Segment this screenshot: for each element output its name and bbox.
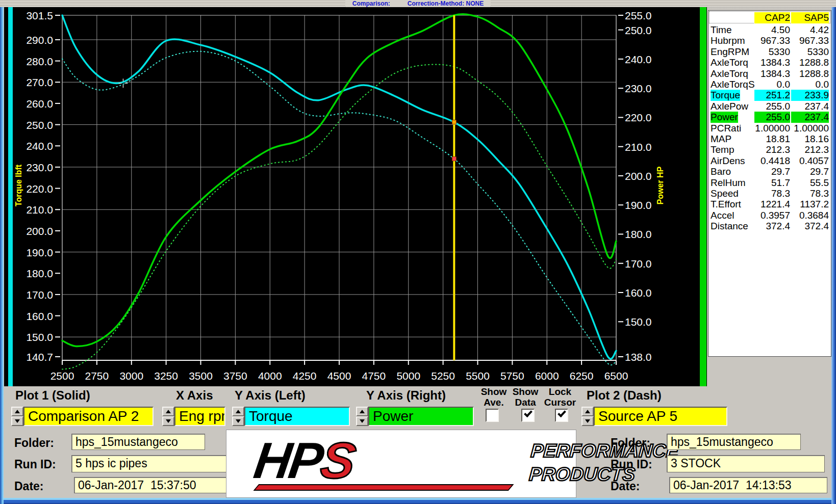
yright-field[interactable]: Power bbox=[368, 407, 474, 426]
panel-row-value-cap2: 255.0 bbox=[754, 112, 790, 123]
spinner-up-button[interactable] bbox=[11, 407, 23, 416]
down-arrow-icon bbox=[166, 419, 171, 423]
yright-spinner[interactable] bbox=[356, 407, 368, 426]
panel-row-value-sap5: 237.4 bbox=[791, 112, 829, 123]
plot2-label: Plot 2 (Dash) bbox=[587, 388, 662, 403]
svg-text:3500: 3500 bbox=[189, 370, 213, 382]
svg-text:150.0: 150.0 bbox=[625, 316, 652, 328]
hps-logo-tagline: PERFORMANCE PRODUCTS bbox=[528, 439, 679, 486]
panel-row-value-cap2: 212.3 bbox=[754, 144, 790, 155]
run1-runid-field[interactable]: 5 hps ic pipes bbox=[71, 455, 244, 472]
data-readout-panel: CAP2 SAP5 Time4.504.42Hubrpm967.33967.33… bbox=[708, 10, 831, 357]
panel-row: Torque251.2233.9 bbox=[710, 90, 830, 100]
svg-text:5500: 5500 bbox=[466, 370, 490, 382]
panel-row: AxleTorq1384.31288.8 bbox=[710, 68, 830, 79]
xaxis-field[interactable]: Eng rpm bbox=[174, 407, 225, 426]
panel-row: PCRati1.000001.00000 bbox=[710, 123, 830, 134]
svg-text:210.0: 210.0 bbox=[26, 204, 53, 216]
torque-axis-color-strip bbox=[8, 7, 13, 386]
panel-row-value-cap2: 0.4418 bbox=[754, 155, 790, 167]
panel-row: MAP18.8118.16 bbox=[710, 134, 830, 144]
panel-row: EngRPM53305330 bbox=[710, 46, 830, 57]
yleft-label: Y Axis (Left) bbox=[235, 388, 306, 403]
svg-text:6500: 6500 bbox=[604, 370, 628, 382]
plot2-spinner[interactable] bbox=[581, 407, 594, 426]
xaxis-label: X Axis bbox=[176, 388, 213, 403]
spinner-down-button[interactable] bbox=[162, 416, 174, 426]
spinner-up-button[interactable] bbox=[356, 407, 368, 416]
lock-cursor-checkbox[interactable] bbox=[555, 409, 568, 422]
show-data-checkbox[interactable] bbox=[521, 409, 535, 422]
panel-row-value-sap5: 0.0 bbox=[791, 79, 829, 90]
svg-text:2750: 2750 bbox=[85, 370, 109, 382]
panel-row-value-cap2: 78.3 bbox=[754, 188, 790, 199]
show-ave-label: Show Ave. bbox=[476, 386, 512, 408]
panel-row-label: Accel bbox=[711, 210, 734, 221]
svg-text:190.0: 190.0 bbox=[625, 199, 652, 211]
run1-folder-label: Folder: bbox=[14, 436, 54, 450]
panel-row-value-sap5: 29.7 bbox=[791, 166, 829, 177]
run2-date-field[interactable]: 06-Jan-2017 14:13:53 bbox=[669, 477, 827, 493]
show-ave-checkbox[interactable] bbox=[486, 409, 499, 422]
hps-logo-swoosh bbox=[254, 484, 514, 491]
spinner-up-button[interactable] bbox=[581, 407, 594, 416]
panel-scrollbar[interactable] bbox=[831, 7, 836, 504]
spinner-down-button[interactable] bbox=[581, 416, 594, 426]
up-arrow-icon bbox=[15, 410, 20, 413]
spinner-down-button[interactable] bbox=[11, 416, 23, 426]
plot1-field[interactable]: Comparison AP 2 bbox=[23, 407, 154, 426]
run2-folder-field[interactable]: hps_15mustangeco bbox=[667, 434, 801, 450]
plot2-field[interactable]: Source AP 5 bbox=[594, 407, 727, 426]
panel-row-label: AxleTorq bbox=[711, 68, 748, 79]
panel-row-label: AxleTorq bbox=[711, 57, 748, 68]
run1-folder-field[interactable]: hps_15mustangeco bbox=[71, 434, 205, 450]
svg-text:160.0: 160.0 bbox=[26, 310, 53, 322]
panel-row: Hubrpm967.33967.33 bbox=[710, 35, 830, 46]
run2-folder-label: Folder: bbox=[611, 436, 650, 450]
svg-text:230.0: 230.0 bbox=[625, 83, 652, 94]
checkmark-icon bbox=[558, 409, 566, 417]
panel-row-label: AxleTorqS bbox=[711, 79, 755, 90]
svg-text:190.0: 190.0 bbox=[26, 247, 53, 258]
spinner-down-button[interactable] bbox=[232, 416, 244, 426]
svg-text:138.0: 138.0 bbox=[625, 351, 652, 363]
svg-text:Power HP: Power HP bbox=[656, 166, 665, 204]
hps-logo-text: HPS bbox=[250, 431, 358, 490]
up-arrow-icon bbox=[236, 410, 241, 413]
plot1-spinner[interactable] bbox=[11, 407, 23, 426]
run2-runid-field[interactable]: 3 STOCK bbox=[667, 455, 825, 472]
svg-text:250.0: 250.0 bbox=[26, 119, 53, 131]
svg-text:180.0: 180.0 bbox=[26, 268, 53, 279]
panel-row-value-cap2: 4.50 bbox=[754, 24, 790, 36]
svg-text:3750: 3750 bbox=[223, 370, 247, 382]
window-border-bottom bbox=[0, 498, 836, 504]
svg-text:4250: 4250 bbox=[293, 370, 317, 382]
panel-row-value-sap5: 372.4 bbox=[791, 221, 829, 232]
panel-row-label: Time bbox=[711, 24, 732, 36]
svg-text:200.0: 200.0 bbox=[26, 225, 53, 237]
yleft-field[interactable]: Torque bbox=[244, 407, 350, 426]
panel-row-value-sap5: 212.3 bbox=[791, 144, 829, 155]
panel-row-value-sap5: 1288.8 bbox=[791, 57, 829, 68]
dyno-app-window: { "window": { "titlebar_left": "Comparis… bbox=[0, 0, 836, 504]
spinner-up-button[interactable] bbox=[162, 407, 174, 416]
svg-text:140.7: 140.7 bbox=[26, 351, 53, 363]
panel-row-value-sap5: 5330 bbox=[791, 46, 829, 58]
xaxis-spinner[interactable] bbox=[162, 407, 174, 426]
dyno-chart[interactable]: 301.5290.0280.0270.0260.0250.0240.0230.0… bbox=[14, 7, 698, 386]
svg-text:180.0: 180.0 bbox=[625, 228, 652, 240]
window-border-left bbox=[0, 7, 4, 504]
down-arrow-icon bbox=[360, 419, 365, 423]
svg-text:230.0: 230.0 bbox=[26, 162, 53, 173]
yleft-spinner[interactable] bbox=[232, 407, 244, 426]
title-bar: Comparison: Correction-Method: NONE bbox=[0, 0, 836, 7]
spinner-down-button[interactable] bbox=[356, 416, 368, 426]
power-axis-color-strip bbox=[700, 7, 706, 386]
panel-row-value-sap5: 233.9 bbox=[791, 90, 829, 101]
spinner-up-button[interactable] bbox=[232, 407, 244, 416]
run1-date-field[interactable]: 06-Jan-2017 15:37:50 bbox=[74, 477, 230, 493]
svg-text:4500: 4500 bbox=[327, 370, 351, 382]
run2-date-label: Date: bbox=[611, 480, 640, 493]
panel-row-value-cap2: 0.0 bbox=[754, 79, 790, 90]
panel-row-label: T.Effort bbox=[711, 199, 741, 210]
